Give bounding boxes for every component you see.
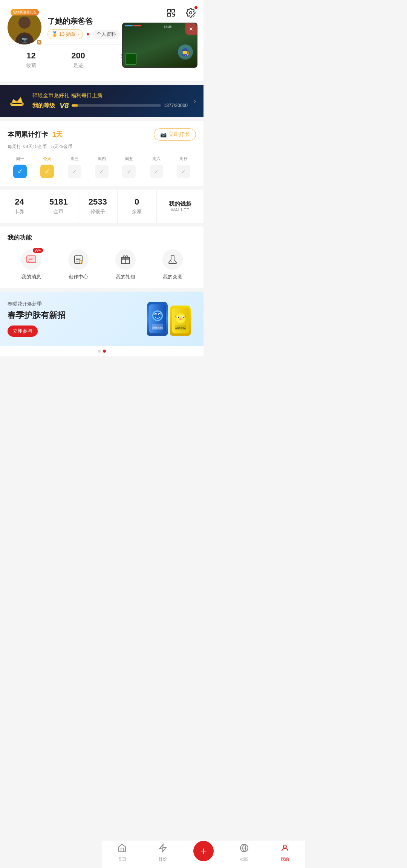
checkin-header: 本周累计打卡 1天 📷 立即打卡 — [8, 128, 196, 141]
medal-count: 13 勋章 — [59, 31, 76, 38]
checkin-card: 本周累计打卡 1天 📷 立即打卡 每周打卡3天15金币；5天25金币 周一 ✓ … — [0, 121, 204, 186]
gifts-icon-wrap — [115, 249, 136, 270]
camera-icon: 📷 — [20, 35, 29, 44]
wallet-cta-title: 我的钱袋 — [169, 200, 191, 208]
wallet-cta-sub: WALLET — [171, 208, 190, 212]
avatar[interactable]: 送物奖运星礼包 📷 V — [8, 11, 41, 44]
gifts-icon — [115, 249, 136, 270]
function-testing[interactable]: 我的众测 — [149, 249, 196, 280]
day-monday-label: 周一 — [16, 156, 24, 162]
messages-icon-wrap: 99+ — [21, 249, 41, 270]
stat-footprints[interactable]: 200 足迹 — [55, 51, 102, 69]
vip-progress-bar — [72, 104, 161, 107]
banner-content[interactable]: 春暖花开焕新季 春季护肤有新招 立即参与 — [0, 292, 204, 346]
svg-rect-2 — [168, 14, 170, 16]
svg-point-14 — [16, 101, 18, 103]
functions-grid: 99+ 我的消息 创作中心 — [8, 249, 196, 280]
day-wednesday-circle: ✓ — [68, 165, 81, 178]
medal-badge[interactable]: 🏅 13 勋章 › — [47, 29, 83, 39]
creation-icon-wrap — [68, 249, 89, 270]
day-today: 今天 ✓ — [35, 156, 60, 178]
svg-rect-12 — [11, 104, 23, 106]
function-creation[interactable]: 创作中心 — [55, 249, 102, 280]
balance-label: 余额 — [132, 208, 142, 215]
day-friday-circle: ✓ — [122, 165, 136, 178]
vip-level-badge: V — [37, 40, 41, 44]
coin-label: 金币 — [54, 208, 63, 215]
vip-chevron-right-icon: › — [194, 97, 196, 105]
functions-section: 我的功能 99+ 我的消息 — [0, 226, 204, 288]
banner-subtitle: 春暖花开焕新季 — [8, 301, 147, 307]
game-preview-overlay[interactable]: 14:23 🧙 ✕ — [122, 23, 197, 68]
header-icons — [164, 6, 197, 20]
day-monday: 周一 ✓ — [8, 156, 32, 178]
wallet-silver[interactable]: 2533 碎银子 — [78, 189, 118, 223]
day-wednesday-label: 周三 — [70, 156, 79, 162]
vip-level-prefix: 我的等级 — [32, 102, 55, 109]
vip-progress-wrap: 我的等级 V8 1377/20000 — [32, 101, 188, 110]
wallet-row: 24 卡券 5181 金币 2533 碎银子 0 余额 我的钱袋 WALLET — [0, 189, 204, 223]
function-messages[interactable]: 99+ 我的消息 — [8, 249, 55, 280]
vip-banner[interactable]: 碎银金币兑好礼 福利每日上新 我的等级 V8 1377/20000 › — [0, 85, 204, 117]
stat-favorites[interactable]: 12 收藏 — [8, 51, 55, 69]
svg-point-32 — [173, 262, 174, 263]
svg-point-49 — [182, 317, 184, 318]
wallet-card: 24 卡券 5181 金币 2533 碎银子 0 余额 我的钱袋 WALLET — [0, 189, 204, 223]
checkin-title: 本周累计打卡 — [8, 131, 48, 138]
svg-point-10 — [18, 17, 31, 29]
svg-rect-0 — [168, 9, 170, 12]
wallet-cta-button[interactable]: 我的钱袋 WALLET — [157, 189, 204, 223]
vip-progress-fill — [72, 104, 78, 107]
day-friday: 周五 ✓ — [116, 156, 141, 178]
avatar-badge-label: 送物奖运星礼包 — [11, 9, 39, 15]
messages-badge: 99+ — [33, 248, 43, 253]
settings-button[interactable] — [184, 6, 197, 20]
day-thursday-circle: ✓ — [95, 165, 109, 178]
wallet-balance[interactable]: 0 余额 — [118, 189, 157, 223]
svg-point-50 — [179, 318, 182, 320]
medal-icon: 🏅 — [52, 31, 58, 37]
camera-btn-icon: 📷 — [160, 131, 167, 138]
function-gifts[interactable]: 我的礼包 — [102, 249, 149, 280]
svg-rect-1 — [172, 9, 174, 12]
banner-cta-button[interactable]: 立即参与 — [8, 326, 38, 337]
close-game-button[interactable]: ✕ — [185, 23, 197, 35]
svg-point-13 — [10, 103, 12, 105]
gifts-label: 我的礼包 — [116, 274, 135, 280]
qr-scan-button[interactable] — [164, 6, 178, 20]
testing-label: 我的众测 — [163, 274, 182, 280]
crown-icon — [8, 92, 26, 110]
banner-dot-2[interactable] — [103, 350, 106, 353]
profile-edit-button[interactable]: 个人资料 — [93, 30, 120, 39]
day-thursday: 周四 ✓ — [89, 156, 114, 178]
day-wednesday: 周三 ✓ — [62, 156, 87, 178]
days-row: 周一 ✓ 今天 ✓ 周三 ✓ 周四 ✓ 周五 ✓ 周六 ✓ 周日 ✓ — [8, 156, 196, 178]
banner-image: ANESSA — [147, 302, 196, 336]
wallet-coupons[interactable]: 24 卡券 — [0, 189, 39, 223]
creation-label: 创作中心 — [69, 274, 88, 280]
vip-level-value: V8 — [60, 101, 69, 110]
product-can-yellow: ANESSA — [170, 306, 191, 336]
day-thursday-label: 周四 — [98, 156, 106, 162]
svg-point-40 — [159, 314, 160, 315]
checkin-title-wrap: 本周累计打卡 1天 — [8, 130, 63, 139]
wallet-coins[interactable]: 5181 金币 — [39, 189, 78, 223]
svg-point-48 — [178, 317, 179, 318]
functions-title: 我的功能 — [8, 234, 196, 242]
checkin-btn-label: 立即打卡 — [168, 131, 190, 138]
testing-icon — [162, 249, 183, 270]
testing-icon-wrap — [162, 249, 183, 270]
day-saturday: 周六 ✓ — [144, 156, 168, 178]
svg-point-39 — [155, 314, 156, 315]
game-content: 14:23 🧙 ✕ — [123, 23, 197, 67]
day-monday-circle: ✓ — [13, 165, 27, 178]
checkin-button[interactable]: 📷 立即打卡 — [154, 128, 196, 141]
banner-dot-1[interactable] — [98, 350, 101, 353]
svg-text:ANESSA: ANESSA — [175, 327, 186, 330]
vip-text-block: 碎银金币兑好礼 福利每日上新 我的等级 V8 1377/20000 — [32, 92, 188, 110]
coupon-count: 24 — [15, 197, 24, 207]
notification-dot — [194, 6, 197, 9]
messages-label: 我的消息 — [21, 274, 41, 280]
checkin-count: 1天 — [52, 131, 63, 138]
banner-title: 春季护肤有新招 — [8, 310, 147, 321]
